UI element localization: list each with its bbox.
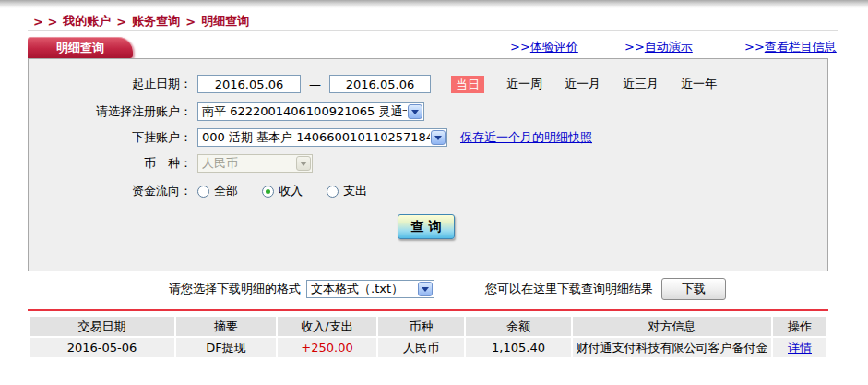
breadcrumb-account-query[interactable]: 账务查询	[132, 13, 180, 30]
radio-flow-all[interactable]	[197, 186, 209, 198]
date-from-input[interactable]	[197, 75, 301, 93]
cell-action: 详情	[773, 338, 826, 357]
quick-range-quarter[interactable]: 近三月	[623, 76, 659, 92]
col-header-currency: 币种	[378, 317, 464, 336]
date-separator: —	[309, 78, 321, 91]
download-format-select[interactable]: 文本格式（.txt）	[306, 280, 434, 298]
register-account-value: 南平 6222001406100921065 灵通卡	[198, 103, 407, 120]
col-header-summary: 摘要	[176, 317, 276, 336]
sub-account-row: 下挂账户： 000 活期 基本户 1406600101102571848 保存近…	[29, 127, 827, 148]
link-label: 体验评价	[530, 40, 578, 54]
radio-flow-all-label: 全部	[214, 183, 238, 199]
chevron-down-icon[interactable]	[418, 282, 433, 296]
page: > > 我的账户 > 账务查询 > 明细查询 明细查询 >>体验评价 >>自动演…	[0, 0, 868, 385]
sub-account-value: 000 活期 基本户 1406600101102571848	[198, 129, 430, 146]
cell-amount: +250.00	[278, 338, 376, 357]
flow-direction-label: 资金流向：	[29, 183, 192, 199]
col-header-amount: 收入/支出	[278, 317, 376, 336]
save-snapshot-link[interactable]: 保存近一个月的明细快照	[460, 129, 592, 146]
link-label: 自动演示	[645, 40, 693, 54]
chevron-down-icon[interactable]	[408, 104, 422, 119]
transactions-table: 交易日期 摘要 收入/支出 币种 余额 对方信息 操作 2016-05-06 D…	[28, 315, 828, 359]
radio-flow-expense-label: 支出	[343, 183, 367, 199]
tab-label: 明细查询	[56, 41, 104, 54]
currency-select: 人民币	[197, 154, 313, 173]
date-to-input[interactable]	[329, 75, 431, 93]
breadcrumb-divider	[28, 30, 838, 31]
table-row: 2016-05-06 DF提现 +250.00 人民币 1,105.40 财付通…	[30, 338, 826, 357]
top-shadow	[0, 0, 868, 8]
table-top-divider	[28, 309, 828, 311]
quick-range-month[interactable]: 近一月	[565, 76, 600, 92]
currency-label: 币 种：	[29, 155, 192, 172]
radio-flow-income[interactable]	[262, 186, 274, 198]
currency-row: 币 种： 人民币	[29, 153, 827, 174]
cell-summary: DF提现	[176, 338, 276, 357]
sub-account-label: 下挂账户：	[29, 129, 192, 146]
link-label: 查看栏目信息	[765, 40, 837, 54]
date-range-label: 起止日期：	[29, 76, 192, 92]
detail-link[interactable]: 详情	[788, 341, 812, 355]
register-account-select[interactable]: 南平 6222001406100921065 灵通卡	[197, 102, 424, 121]
breadcrumb-separator: >	[185, 15, 196, 29]
chevron-down-icon[interactable]	[431, 130, 446, 145]
query-button[interactable]: 查 询	[398, 214, 455, 239]
sub-account-select[interactable]: 000 活期 基本户 1406600101102571848	[197, 128, 447, 147]
date-range-row: 起止日期： — 当日 近一周 近一月 近三月 近一年	[29, 74, 827, 94]
currency-value: 人民币	[198, 155, 295, 172]
register-account-label: 请选择注册账户：	[29, 103, 192, 120]
cell-counterparty: 财付通支付科技有限公司客户备付金	[573, 338, 771, 357]
register-account-row: 请选择注册账户： 南平 6222001406100921065 灵通卡	[29, 102, 827, 122]
download-result-label: 您可以在这里下载查询明细结果	[485, 281, 653, 297]
link-experience-review[interactable]: >>体验评价	[510, 39, 578, 55]
cell-balance: 1,105.40	[466, 338, 571, 357]
col-header-balance: 余额	[466, 317, 571, 336]
breadcrumb-separator: >	[116, 15, 126, 29]
quick-range-today-badge[interactable]: 当日	[451, 76, 484, 93]
quick-range-year[interactable]: 近一年	[681, 76, 717, 92]
quick-range-week[interactable]: 近一周	[506, 76, 542, 92]
radio-flow-income-label: 收入	[279, 183, 303, 199]
download-button[interactable]: 下载	[661, 278, 726, 300]
breadcrumb: > > 我的账户 > 账务查询 > 明细查询	[33, 13, 249, 30]
breadcrumb-my-account[interactable]: 我的账户	[63, 13, 111, 30]
cell-date: 2016-05-06	[30, 338, 174, 357]
breadcrumb-detail-query[interactable]: 明细查询	[201, 13, 249, 30]
cell-currency: 人民币	[378, 338, 464, 357]
breadcrumb-prefix: > >	[33, 15, 57, 29]
chevron-down-icon	[296, 156, 311, 171]
link-prefix: >>	[510, 40, 530, 54]
link-column-info[interactable]: >>查看栏目信息	[744, 39, 837, 55]
col-header-counterparty: 对方信息	[573, 317, 771, 336]
radio-flow-expense[interactable]	[327, 186, 339, 198]
col-header-date: 交易日期	[30, 317, 174, 336]
download-row: 请您选择下载明细的格式 文本格式（.txt） 您可以在这里下载查询明细结果 下载	[169, 278, 726, 300]
link-auto-demo[interactable]: >>自动演示	[624, 39, 693, 55]
download-format-label: 请您选择下载明细的格式	[169, 281, 301, 297]
col-header-action: 操作	[773, 317, 826, 336]
table-header-row: 交易日期 摘要 收入/支出 币种 余额 对方信息 操作	[30, 317, 826, 336]
flow-direction-row: 资金流向： 全部 收入 支出	[29, 181, 827, 201]
download-format-value: 文本格式（.txt）	[307, 281, 417, 297]
tab-detail-query[interactable]: 明细查询	[28, 37, 133, 58]
link-prefix: >>	[744, 40, 765, 54]
query-form-panel: 起止日期： — 当日 近一周 近一月 近三月 近一年 请选择注册账户： 南平 6…	[28, 58, 828, 271]
link-prefix: >>	[624, 40, 645, 54]
